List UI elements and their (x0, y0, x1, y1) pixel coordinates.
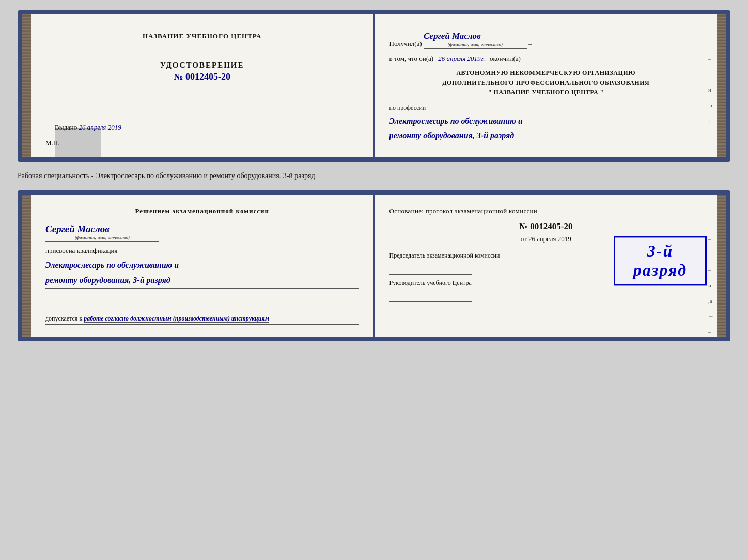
stamp: 3-й разряд (614, 236, 707, 285)
recipient-line: Получил(а) Сергей Маслов (фамилия, имя, … (389, 31, 703, 49)
qual-line1: Электрослесарь по обслуживанию и (45, 261, 179, 269)
profession-line1: Электрослесарь по обслуживанию и (389, 117, 523, 125)
dash: – (528, 40, 532, 47)
issued-label: Выдано (55, 123, 77, 131)
date-suffix: окончил(а) (490, 55, 521, 62)
certificate-1: НАЗВАНИЕ УЧЕБНОГО ЦЕНТРА УДОСТОВЕРЕНИЕ №… (18, 10, 730, 162)
spine-right (717, 14, 726, 157)
udost-number: № 0012405-20 (174, 72, 230, 83)
udost-section: УДОСТОВЕРЕНИЕ № 0012405-20 (45, 61, 359, 83)
name-subtitle: (фамилия, имя, отчество) (424, 42, 527, 47)
qualification-value: Электрослесарь по обслуживанию и ремонту… (45, 258, 359, 289)
side-marks-right2: – – – и ,а ← – (708, 236, 714, 335)
profession-value: Электрослесарь по обслуживанию и ремонту… (389, 114, 703, 146)
person-name-text: Сергей Маслов (45, 223, 110, 234)
org-block: АВТОНОМНУЮ НЕКОММЕРЧЕСКУЮ ОРГАНИЗАЦИЮ ДО… (389, 68, 703, 98)
mp-label: М.П. (45, 139, 59, 147)
issued-date: 26 апреля 2019 (79, 123, 121, 131)
photo-placeholder (55, 128, 101, 162)
spine-left (22, 14, 31, 157)
allowed-prefix: допускается к (45, 315, 82, 322)
allowed-line: допускается к работе согласно должностны… (45, 315, 359, 323)
udost-label: УДОСТОВЕРЕНИЕ (160, 61, 244, 70)
protocol-date-prefix: от (521, 235, 527, 243)
protocol-date-value: 26 апреля 2019 (528, 235, 571, 243)
mark-rarrow: ← (708, 313, 714, 319)
cert2-left-panel: Решением экзаменационной комиссии Сергей… (31, 195, 375, 337)
stamp-text: 3-й разряд (621, 242, 699, 280)
org-line3: " НАЗВАНИЕ УЧЕБНОГО ЦЕНТРА " (389, 88, 703, 98)
spine-left-2 (22, 195, 31, 337)
person-name-2: Сергей Маслов (фамилия, имя, отчество) (45, 223, 159, 242)
cert2-right-panel: Основание: протокол экзаменационной коми… (375, 195, 718, 337)
mark1: – (708, 56, 714, 62)
recipient-name: Сергей Маслов (фамилия, имя, отчество) (424, 31, 527, 49)
description-text: Рабочая специальность - Электрослесарь п… (18, 170, 730, 182)
cert1-org-title: НАЗВАНИЕ УЧЕБНОГО ЦЕНТРА (45, 32, 359, 40)
certificate-2: Решением экзаменационной комиссии Сергей… (18, 190, 730, 341)
mark-и: и (708, 87, 714, 93)
mark2: – (708, 71, 714, 77)
date-value: 26 апреля 2019г. (438, 55, 485, 63)
cert1-right-panel: Получил(а) Сергей Маслов (фамилия, имя, … (375, 14, 718, 157)
basis-label: Основание: протокол экзаменационной коми… (389, 207, 703, 215)
protocol-number: № 0012405-20 (389, 221, 703, 232)
mark-r2: – (708, 251, 714, 258)
allowed-value: работе согласно должностным (производств… (84, 315, 269, 323)
mark-r3: – (708, 267, 714, 273)
name-sub2: (фамилия, имя, отчество) (45, 235, 159, 240)
chairman-sign-line (389, 262, 472, 275)
mark-ra: ,а (708, 298, 714, 304)
profession-label: по профессии (389, 104, 703, 112)
mark-arrow: ← (708, 118, 714, 124)
mark3: – (708, 133, 714, 139)
mark-r4: – (708, 329, 714, 335)
recipient-prefix: Получил(а) (389, 40, 422, 47)
org-line1: АВТОНОМНУЮ НЕКОММЕРЧЕСКУЮ ОРГАНИЗАЦИЮ (389, 68, 703, 78)
mark-а: ,а (708, 102, 714, 108)
mark-r1: – (708, 236, 714, 242)
decision-title: Решением экзаменационной комиссии (45, 207, 359, 215)
qualification-label: присвоена квалификация (45, 247, 359, 255)
date-prefix: в том, что он(а) (389, 55, 434, 62)
recipient-name-text: Сергей Маслов (424, 31, 481, 41)
cert1-left-panel: НАЗВАНИЕ УЧЕБНОГО ЦЕНТРА УДОСТОВЕРЕНИЕ №… (31, 14, 375, 157)
mark-ri: и (708, 282, 714, 289)
date-line: в том, что он(а) 26 апреля 2019г. окончи… (389, 55, 703, 63)
qual-line2: ремонту оборудования, 3-й разряд (45, 276, 170, 284)
org-line2: ДОПОЛНИТЕЛЬНОГО ПРОФЕССИОНАЛЬНОГО ОБРАЗО… (389, 78, 703, 88)
profession-line2: ремонту оборудования, 3-й разряд (389, 131, 515, 140)
head-sign-line (389, 290, 472, 302)
side-marks-right: – – и ,а ← – (708, 56, 714, 139)
issued-line: Выдано 26 апреля 2019 (55, 123, 121, 132)
person-name-block: Сергей Маслов (фамилия, имя, отчество) (45, 223, 359, 242)
spine-right-2 (717, 195, 726, 337)
